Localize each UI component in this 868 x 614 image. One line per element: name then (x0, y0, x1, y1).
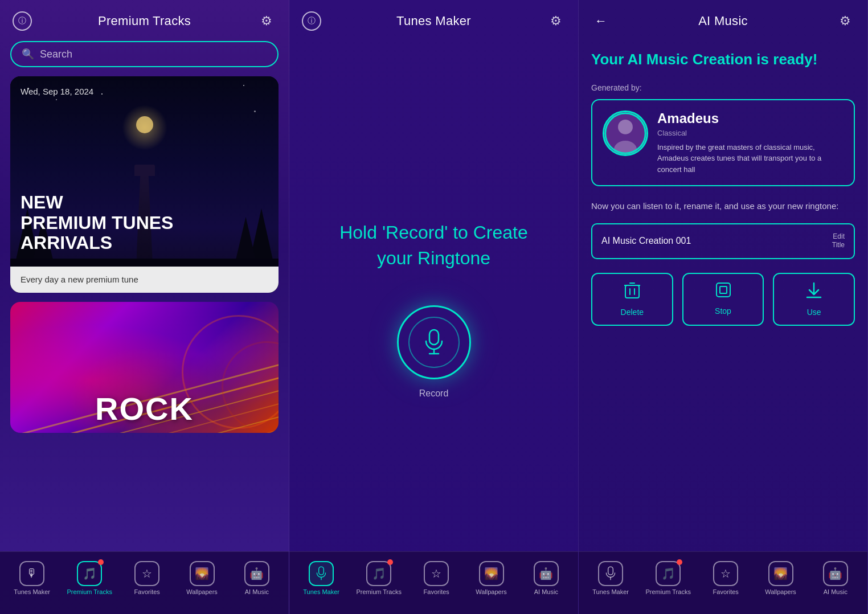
card-title: NEWPREMIUM TUNESARRIVALS (21, 193, 173, 253)
nav-item-wallpapers-p3[interactable]: 🌄 Wallpapers (761, 561, 801, 595)
back-button[interactable]: ← (591, 11, 611, 31)
nav-label-favorites-p3: Favorites (713, 588, 739, 595)
record-button-container: Record (397, 305, 471, 399)
nav-icon-wallpapers: 🌄 (190, 561, 215, 586)
header-panel1: ⓘ Premium Tracks ⚙ (0, 0, 289, 39)
svg-rect-14 (716, 283, 730, 297)
nav-icon-tracks: 🎵 (77, 561, 102, 586)
panel-tunes-maker: ⓘ Tunes Maker ⚙ Hold 'Record' to Create … (289, 0, 579, 614)
search-label: Search (40, 48, 72, 60)
search-bar[interactable]: 🔍 Search (10, 41, 279, 67)
nav-label-premium-tracks-p2: Premium Tracks (356, 588, 401, 595)
info-icon-panel1[interactable]: ⓘ (13, 11, 32, 31)
svg-rect-3 (319, 567, 324, 575)
generated-by-label: Generated by: (591, 83, 855, 92)
nav-label-tunes-maker-p3: Tunes Maker (592, 588, 629, 595)
nav-icon-tracks-p3: 🎵 (656, 561, 681, 586)
artist-card: Amadeus Classical Inspired by the great … (591, 99, 855, 187)
now-listen-text: Now you can listen to it, rename it, and… (591, 200, 855, 213)
info-icon-panel2[interactable]: ⓘ (302, 11, 321, 31)
nav-label-favorites-p2: Favorites (424, 588, 449, 595)
use-button[interactable]: Use (773, 273, 855, 326)
use-label: Use (807, 308, 821, 317)
artist-avatar-svg (604, 112, 646, 154)
nav-label-wallpapers: Wallpapers (186, 588, 218, 595)
nav-icon-tracks-p2: 🎵 (366, 561, 391, 586)
nav-item-premium-tracks[interactable]: 🎵 Premium Tracks (67, 561, 112, 595)
artist-genre: Classical (657, 129, 844, 137)
nav-item-tunes-maker-p2[interactable]: Tunes Maker (301, 561, 341, 595)
nav-icon-mic-p2 (309, 561, 334, 586)
gear-icon-panel3[interactable]: ⚙ (836, 11, 855, 31)
record-label: Record (419, 388, 449, 399)
stop-button[interactable]: Stop (682, 273, 764, 326)
nav-label-premium-tracks-p3: Premium Tracks (645, 588, 690, 595)
svg-point-6 (618, 120, 633, 134)
delete-icon (624, 282, 640, 303)
hold-record-text: Hold 'Record' to Create your Ringtone (317, 220, 551, 271)
delete-button[interactable]: Delete (591, 273, 673, 326)
nav-item-wallpapers-p2[interactable]: 🌄 Wallpapers (472, 561, 511, 595)
svg-rect-0 (429, 330, 439, 345)
artist-name: Amadeus (657, 110, 844, 126)
nav-item-favorites-p3[interactable]: ☆ Favorites (706, 561, 746, 595)
bottom-nav-panel2: Tunes Maker 🎵 Premium Tracks ☆ Favorites… (289, 551, 578, 614)
card-subtitle: Every day a new premium tune (10, 267, 279, 293)
record-button-inner (408, 317, 460, 368)
nav-item-ai-music[interactable]: 🤖 AI Music (237, 561, 277, 595)
nav-item-premium-tracks-p2[interactable]: 🎵 Premium Tracks (356, 561, 401, 595)
nav-item-premium-tracks-p3[interactable]: 🎵 Premium Tracks (645, 561, 690, 595)
premium-card-image: Wed, Sep 18, 2024 NEWPREMIUM TUNESARRIVA… (10, 76, 279, 293)
artist-info: Amadeus Classical Inspired by the great … (657, 110, 844, 175)
nav-icon-favorites: ☆ (134, 561, 159, 586)
delete-label: Delete (621, 308, 644, 317)
nav-label-ai-music-p3: AI Music (824, 588, 847, 595)
stop-icon (715, 282, 731, 302)
svg-rect-17 (608, 567, 613, 575)
nav-icon-ai-p2: 🤖 (534, 561, 559, 586)
nav-item-ai-music-p2[interactable]: 🤖 AI Music (526, 561, 566, 595)
creation-title-row[interactable]: AI Music Creation 001 Edit Title (591, 223, 855, 259)
panel-premium-tracks: ⓘ Premium Tracks ⚙ 🔍 Search (0, 0, 289, 614)
header-panel3: ← AI Music ⚙ (579, 0, 867, 39)
nav-label-wallpapers-p2: Wallpapers (476, 588, 507, 595)
svg-rect-9 (625, 285, 639, 298)
page-title-panel2: Tunes Maker (396, 14, 471, 28)
nav-icon-ai: 🤖 (244, 561, 269, 586)
nav-label-ai-music: AI Music (245, 588, 269, 595)
gear-icon-panel1[interactable]: ⚙ (257, 11, 276, 31)
nav-label-tunes-maker-p2: Tunes Maker (303, 588, 339, 595)
search-icon: 🔍 (22, 48, 34, 60)
action-buttons: Delete Stop (591, 273, 855, 326)
nav-item-ai-music-p3[interactable]: 🤖 AI Music (816, 561, 855, 595)
use-icon (806, 282, 822, 303)
nav-icon-wallpapers-p3: 🌄 (768, 561, 793, 586)
nav-label-favorites: Favorites (134, 588, 160, 595)
nav-dot-tracks-p2 (387, 559, 393, 565)
nav-dot-tracks-p3 (677, 559, 682, 565)
bottom-nav-panel1: 🎙 Tunes Maker 🎵 Premium Tracks ☆ Favorit… (0, 551, 289, 614)
edit-title-button[interactable]: Edit Title (832, 232, 845, 250)
ai-content: Your AI Music Creation is ready! Generat… (579, 39, 867, 614)
nav-item-favorites[interactable]: ☆ Favorites (127, 561, 167, 595)
nav-item-tunes-maker[interactable]: 🎙 Tunes Maker (12, 561, 52, 595)
creation-title-text: AI Music Creation 001 (601, 236, 691, 246)
page-title-panel3: AI Music (698, 14, 748, 28)
header-panel2: ⓘ Tunes Maker ⚙ (289, 0, 578, 39)
premium-card[interactable]: Wed, Sep 18, 2024 NEWPREMIUM TUNESARRIVA… (10, 76, 279, 293)
svg-rect-15 (720, 286, 727, 293)
bottom-nav-panel3: Tunes Maker 🎵 Premium Tracks ☆ Favorites… (579, 551, 867, 614)
nav-icon-ai-p3: 🤖 (823, 561, 848, 586)
rock-card[interactable]: ROCK (10, 302, 279, 433)
record-button[interactable] (397, 305, 471, 379)
card-date: Wed, Sep 18, 2024 (21, 87, 93, 96)
nav-label-wallpapers-p3: Wallpapers (765, 588, 796, 595)
gear-icon-panel2[interactable]: ⚙ (546, 11, 566, 31)
nav-item-tunes-maker-p3[interactable]: Tunes Maker (591, 561, 630, 595)
nav-icon-mic: 🎙 (19, 561, 44, 586)
nav-item-favorites-p2[interactable]: ☆ Favorites (416, 561, 456, 595)
nav-item-wallpapers[interactable]: 🌄 Wallpapers (182, 561, 222, 595)
tunes-content: Hold 'Record' to Create your Ringtone Re… (289, 39, 578, 614)
rock-label: ROCK (95, 390, 194, 427)
page-title-panel1: Premium Tracks (98, 14, 191, 28)
